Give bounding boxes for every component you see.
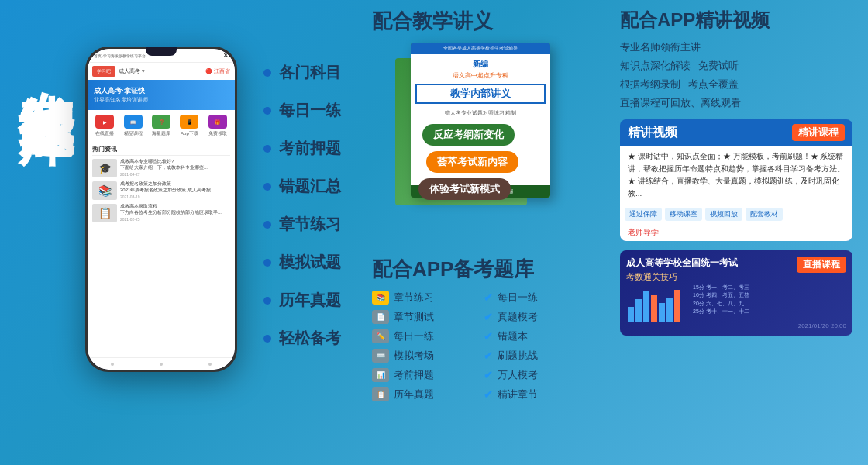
phone-icon-free-label: 免费领取 xyxy=(208,131,227,136)
phone-brand-text: 学习吧 xyxy=(97,68,111,75)
phone-icon-course[interactable]: 📖 精品课程 xyxy=(120,115,145,137)
phone-icon-live-label: 在线直播 xyxy=(95,131,114,136)
book-main-title: 教学内部讲义 xyxy=(415,84,546,104)
study-item-mock-exam: ⌨️ 模拟考场 xyxy=(372,349,477,363)
news-item-2[interactable]: 📚 成考报名政策之加分政策 2021年成考报名政策之加分政策,成人高考报... … xyxy=(92,181,230,200)
app-feature-2a: 知识点深化解读 xyxy=(620,59,691,73)
study-right-5: ✔ 万人模考 xyxy=(484,368,589,382)
book-new-label: 新编 xyxy=(415,59,546,70)
live-card-top: 成人高等学校全国统一考试 考数通关技巧 直播课程 xyxy=(626,257,846,283)
book-container: 全国各类成人高等学校招生考试辅导 新编 语文高中起点升专科 教学内部讲义 赠人考… xyxy=(388,43,574,213)
news-desc-1: 下面给大家介绍一下，成教本科专业哪些... xyxy=(120,165,230,171)
book-publisher: 赠人考专业试题对照练习 精制 xyxy=(415,109,546,117)
news-thumb-2: 📚 xyxy=(92,181,117,200)
news-thumb-1: 🎓 xyxy=(92,159,117,177)
app-feature-row-4: 直播课程可回放、离线观看 xyxy=(620,96,852,110)
study-left-col: 📚 章节练习 📄 章节测试 ✏️ 每日一练 ⌨️ 模拟考场 📊 考前押题 📋 xyxy=(372,291,477,401)
feature-label-6: 模拟试题 xyxy=(279,252,341,273)
main-title-text: 在线智能题库 xyxy=(16,46,78,65)
phone-icon-free[interactable]: 🎁 免费领取 xyxy=(205,115,230,137)
news-title-2: 成考报名政策之加分政策 xyxy=(120,181,230,188)
study-right-3: ✔ 错题本 xyxy=(484,329,589,343)
daily-icon: ✏️ xyxy=(372,329,389,343)
question-icon: ❓ xyxy=(152,115,170,129)
phone-frame: 首页-学习海拔版教学练习平台 ✕ 学习吧 成人高考 ▾ 🔴 江西省 成人高考·拿… xyxy=(85,46,237,372)
study-right-6: ✔ 精讲章节 xyxy=(484,388,589,401)
right-label-5: 万人模考 xyxy=(498,368,538,382)
app-video-title: 配合APP精讲视频 xyxy=(620,8,852,33)
app-features-list: 专业名师领衔主讲 知识点深化解读 免费试听 根据考纲录制 考点全覆盖 直播课程可… xyxy=(620,40,852,110)
live-chart xyxy=(626,284,688,322)
past-exam-icon: 📋 xyxy=(372,388,389,401)
phone-nav-item[interactable]: 成人高考 ▾ xyxy=(119,67,145,75)
app-feature-row-2: 知识点深化解读 免费试听 xyxy=(620,59,852,73)
study-right-4: ✔ 刷题挑战 xyxy=(484,349,589,363)
svg-rect-5 xyxy=(666,298,673,322)
check-3: ✔ xyxy=(484,330,493,343)
feature-item-2: 每日一练 xyxy=(264,100,341,121)
phone-location[interactable]: 🔴 江西省 xyxy=(205,67,230,75)
news-item-3[interactable]: 📋 成教高本录取流程 下方向各位考生分析部分院校的部分地区录取手... 2021… xyxy=(92,204,230,222)
feature-dot-2 xyxy=(264,107,271,115)
phone-icon-course-label: 精品课程 xyxy=(124,131,143,136)
daily-label: 每日一练 xyxy=(394,329,434,343)
video-tag-4[interactable]: 配套教材 xyxy=(746,208,783,221)
phone-banner: 成人高考·拿证快 业界高知名度培训讲师 xyxy=(88,80,235,110)
news-content-3: 成教高本录取流程 下方向各位考生分析部分院校的部分地区录取手... 2021-0… xyxy=(120,204,230,222)
video-tag-1[interactable]: 通过保障 xyxy=(625,208,662,221)
phone-bottom-bar xyxy=(88,357,235,370)
app-feature-4: 直播课程可回放、离线观看 xyxy=(620,96,741,110)
svg-rect-2 xyxy=(643,291,649,322)
phone-close: ✕ xyxy=(223,52,229,59)
phone-logo: 学习吧 xyxy=(92,66,115,77)
app-study-section: 配合APP备考题库 📚 章节练习 📄 章节测试 ✏️ 每日一练 ⌨️ 模拟考场 … xyxy=(372,256,589,401)
badge-orange: 荟萃考试新内容 xyxy=(426,151,518,173)
feature-label-1: 各门科目 xyxy=(279,62,341,83)
phone-icon-app[interactable]: 📱 App下载 xyxy=(177,115,202,137)
study-item-section-test: 📄 章节测试 xyxy=(372,310,477,324)
pre-exam-label: 考前押题 xyxy=(394,368,434,382)
study-button[interactable]: 老师导学 xyxy=(628,227,659,238)
teaching-section: 配合教学讲义 全国各类成人高等学校招生考试辅导 新编 语文高中起点升专科 教学内… xyxy=(372,8,589,213)
live-text-content: 15分 考一、考二、考三 16分 考四、考五、五答 20分 六、七、八、九 25… xyxy=(693,284,749,322)
check-1: ✔ xyxy=(484,291,493,304)
features-list: 各门科目 每日一练 考前押题 错题汇总 章节练习 模拟试题 历年真题 轻松备考 xyxy=(264,62,341,349)
live-content: 15分 考一、考二、考三 16分 考四、考五、五答 20分 六、七、八、九 25… xyxy=(626,284,846,322)
video-card-footer: 通过保障 移动课室 视频回放 配套教材 xyxy=(620,205,852,224)
news-desc-3: 下方向各位考生分析部分院校的部分地区录取手... xyxy=(120,210,230,216)
pre-exam-icon: 📊 xyxy=(372,368,389,382)
badge-brown: 体验考试新模式 xyxy=(418,178,511,200)
study-item-daily: ✏️ 每日一练 xyxy=(372,329,477,343)
app-icon: 📱 xyxy=(180,115,198,129)
app-feature-row-1: 专业名师领衔主讲 xyxy=(620,40,852,54)
check-4: ✔ xyxy=(484,350,493,362)
video-tag-3[interactable]: 视频回放 xyxy=(705,208,742,221)
study-right-col: ✔ 每日一练 ✔ 真题模考 ✔ 错题本 ✔ 刷题挑战 ✔ 万人模考 ✔ 精讲章节 xyxy=(484,291,589,401)
section-test-icon: 📄 xyxy=(372,310,389,324)
phone-header: 学习吧 成人高考 ▾ 🔴 江西省 xyxy=(88,63,235,80)
live-card: 成人高等学校全国统一考试 考数通关技巧 直播课程 15分 考一、考二、考 xyxy=(620,250,852,336)
feature-item-1: 各门科目 xyxy=(264,62,341,83)
past-exam-label: 历年真题 xyxy=(394,388,434,401)
live-subtitle: 考数通关技巧 xyxy=(626,271,738,283)
right-label-2: 真题模考 xyxy=(498,310,538,324)
news-date-3: 2021-02-25 xyxy=(120,217,230,222)
feature-dot-1 xyxy=(264,69,271,77)
chapter-icon: 📚 xyxy=(372,291,389,305)
feature-label-8: 轻松备考 xyxy=(279,328,341,349)
bottom-dot-1 xyxy=(111,363,114,366)
phone-icon-question[interactable]: ❓ 海量题库 xyxy=(149,115,174,137)
book-cover-header: 全国各类成人高等学校招生考试辅导 xyxy=(411,43,550,54)
feature-label-3: 考前押题 xyxy=(279,138,341,159)
feature-dot-4 xyxy=(264,183,271,191)
live-icon: ▶ xyxy=(95,115,114,129)
book-main: 全国各类成人高等学校招生考试辅导 新编 语文高中起点升专科 教学内部讲义 赠人考… xyxy=(411,43,550,198)
study-item-chapter: 📚 章节练习 xyxy=(372,291,477,305)
section-test-label: 章节测试 xyxy=(394,310,434,324)
video-tag-2[interactable]: 移动课室 xyxy=(665,208,702,221)
phone-icon-live[interactable]: ▶ 在线直播 xyxy=(92,115,117,137)
phone-news: 热门资讯 🎓 成教高本专业哪些比较好? 下面给大家介绍一下，成教本科专业哪些..… xyxy=(88,142,235,357)
news-content-2: 成考报名政策之加分政策 2021年成考报名政策之加分政策,成人高考报... 20… xyxy=(120,181,230,199)
free-icon: 🎁 xyxy=(208,115,227,129)
news-item-1[interactable]: 🎓 成教高本专业哪些比较好? 下面给大家介绍一下，成教本科专业哪些... 202… xyxy=(92,159,230,177)
